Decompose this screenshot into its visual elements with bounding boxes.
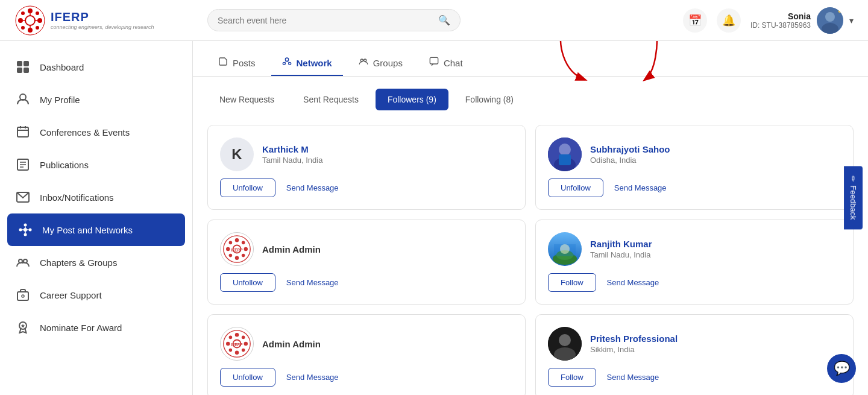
svg-rect-22 <box>17 127 28 137</box>
subtab-new-requests-label: New Requests <box>219 95 274 104</box>
sidebar-item-dashboard[interactable]: Dashboard <box>0 51 192 83</box>
publications-icon <box>14 156 31 173</box>
search-input[interactable] <box>218 16 433 25</box>
sub-tabs-area: New Requests Sent Requests Followers (9)… <box>193 77 868 110</box>
svg-point-89 <box>559 334 571 346</box>
subtab-followers-label: Followers (9) <box>388 95 436 104</box>
svg-point-58 <box>559 144 571 156</box>
person-card-admin2: IFERP Admin Admin Unfollow Send Message <box>207 314 526 395</box>
card-actions-admin2: Unfollow Send Message <box>220 368 513 387</box>
sidebar-item-chapters-groups[interactable]: Chapters & Groups <box>0 246 192 279</box>
posts-tab-icon <box>218 57 228 69</box>
sidebar-item-my-post-networks[interactable]: My Post and Networks <box>7 213 185 246</box>
card-actions-subhrajyoti: Unfollow Send Message <box>548 179 841 197</box>
sidebar-label-conferences: Conferences & Events <box>40 127 130 137</box>
sidebar-label-nominate-award: Nominate For Award <box>40 323 122 333</box>
logo-name: IFERP <box>51 10 154 24</box>
svg-point-53 <box>363 59 366 62</box>
svg-point-84 <box>242 336 245 340</box>
unfollow-button-admin2[interactable]: Unfollow <box>220 368 275 387</box>
award-icon <box>14 319 31 336</box>
card-location-ranjith: Tamil Nadu, India <box>590 250 652 259</box>
unfollow-button-admin1[interactable]: Unfollow <box>220 273 275 292</box>
card-info-pritesh: Pritesh Professional Sikkim, India <box>590 333 678 354</box>
person-card-subhrajyoti: Subhrajyoti Sahoo Odisha, India Unfollow… <box>535 125 854 210</box>
svg-point-86 <box>242 349 245 352</box>
svg-point-66 <box>244 247 248 251</box>
tab-groups[interactable]: Groups <box>348 51 414 76</box>
svg-point-65 <box>226 247 230 251</box>
send-message-button-ranjith[interactable]: Send Message <box>605 274 662 291</box>
svg-point-76 <box>560 244 570 254</box>
card-actions-ranjith: Follow Send Message <box>548 273 841 292</box>
svg-point-82 <box>244 342 248 346</box>
svg-line-50 <box>285 61 286 62</box>
sidebar-item-career-support[interactable]: Career Support <box>0 279 192 311</box>
subtab-following[interactable]: Following (8) <box>453 89 526 110</box>
content-area: Posts Network Groups <box>193 41 868 395</box>
card-info-subhrajyoti: Subhrajyoti Sahoo Odisha, India <box>590 144 670 165</box>
crown-icon: 👑 <box>837 7 843 13</box>
user-info[interactable]: Sonia ID: STU-38785963 👑 ▾ <box>750 7 854 34</box>
subtab-sent-requests-label: Sent Requests <box>303 95 359 104</box>
subtab-followers[interactable]: Followers (9) <box>376 89 448 110</box>
svg-text:IFERP: IFERP <box>231 343 243 347</box>
svg-rect-54 <box>430 57 438 64</box>
sidebar-item-publications[interactable]: Publications <box>0 148 192 181</box>
card-info-admin2: Admin Admin <box>262 339 321 349</box>
tab-chat-label: Chat <box>444 58 463 68</box>
person-card-karthick: K Karthick M Tamil Nadu, India Unfollow … <box>207 125 526 210</box>
card-location-karthick: Tamil Nadu, India <box>262 156 322 165</box>
avatar-subhrajyoti <box>548 137 582 171</box>
sidebar-label-publications: Publications <box>40 160 89 170</box>
svg-point-9 <box>36 26 39 30</box>
send-message-button-karthick[interactable]: Send Message <box>284 179 341 197</box>
tab-posts[interactable]: Posts <box>207 51 266 76</box>
send-message-button-admin2[interactable]: Send Message <box>284 368 341 386</box>
dropdown-icon[interactable]: ▾ <box>849 16 854 25</box>
unfollow-button-karthick[interactable]: Unfollow <box>220 179 275 197</box>
networks-icon <box>17 221 34 238</box>
top-tabs: Posts Network Groups <box>193 41 868 77</box>
calendar-button[interactable]: 📅 <box>683 8 707 33</box>
notifications-button[interactable]: 🔔 <box>717 8 741 33</box>
sidebar-item-my-profile[interactable]: My Profile <box>0 83 192 116</box>
chat-bubble-button[interactable]: 💬 <box>827 354 856 383</box>
svg-point-32 <box>19 229 22 232</box>
svg-point-2 <box>28 8 33 13</box>
user-id: ID: STU-38785963 <box>750 21 811 30</box>
card-actions-pritesh: Follow Send Message <box>548 368 841 387</box>
sidebar-item-inbox[interactable]: Inbox/Notifications <box>0 181 192 213</box>
feedback-tab[interactable]: ✏ Feedback <box>844 166 863 229</box>
svg-point-40 <box>19 259 22 263</box>
send-message-button-subhrajyoti[interactable]: Send Message <box>612 179 669 197</box>
search-bar[interactable]: 🔍 <box>207 9 461 31</box>
avatar-ranjith-img <box>548 232 582 266</box>
follow-button-pritesh[interactable]: Follow <box>548 368 596 387</box>
sub-tabs: New Requests Sent Requests Followers (9)… <box>193 77 868 110</box>
avatar-pritesh <box>548 327 582 361</box>
card-location-pritesh: Sikkim, India <box>590 345 678 354</box>
chapters-icon <box>14 254 31 271</box>
unfollow-button-subhrajyoti[interactable]: Unfollow <box>548 179 603 197</box>
card-name-admin2: Admin Admin <box>262 339 321 349</box>
tab-network[interactable]: Network <box>271 51 343 76</box>
card-actions-karthick: Unfollow Send Message <box>220 179 513 197</box>
card-name-pritesh: Pritesh Professional <box>590 333 678 344</box>
svg-point-81 <box>226 342 230 346</box>
send-message-button-pritesh[interactable]: Send Message <box>605 368 662 386</box>
svg-point-5 <box>37 18 42 23</box>
follow-button-ranjith[interactable]: Follow <box>548 273 596 292</box>
sidebar-item-nominate-award[interactable]: Nominate For Award <box>0 311 192 344</box>
subtab-new-requests[interactable]: New Requests <box>207 89 286 110</box>
sidebar-item-conferences[interactable]: Conferences & Events <box>0 116 192 148</box>
subtab-sent-requests[interactable]: Sent Requests <box>291 89 371 110</box>
send-message-button-admin1[interactable]: Send Message <box>284 274 341 291</box>
svg-text:IFERP: IFERP <box>231 248 243 252</box>
user-text: Sonia ID: STU-38785963 <box>750 11 811 30</box>
tab-chat[interactable]: Chat <box>418 51 474 76</box>
svg-point-8 <box>21 26 25 30</box>
main-layout: Dashboard My Profile Conferences & Event… <box>0 41 868 395</box>
svg-rect-60 <box>559 154 571 165</box>
cards-grid: K Karthick M Tamil Nadu, India Unfollow … <box>193 110 868 395</box>
